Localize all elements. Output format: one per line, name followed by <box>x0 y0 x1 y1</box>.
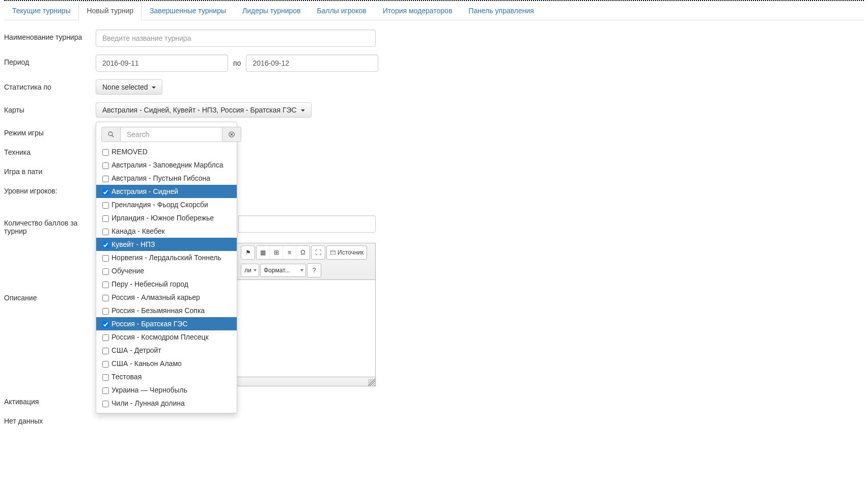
maps-dropdown-menu: REMOVEDАвстралия - Заповедник МарблсаАвс… <box>96 122 237 413</box>
maps-option[interactable]: Россия - Безымянная Сопка <box>96 304 237 317</box>
tab-6[interactable]: Панель управления <box>460 1 542 20</box>
maps-dropdown-button[interactable]: Австралия - Сидней, Кувейт - НПЗ, Россия… <box>96 102 312 118</box>
maps-option[interactable]: Гренландия - Фьорд Скорсби <box>96 198 237 211</box>
maps-option-label: Австралия - Заповедник Марблса <box>111 161 223 169</box>
maps-option-checkbox[interactable] <box>102 255 109 262</box>
maps-option-checkbox[interactable] <box>102 242 109 248</box>
maps-option-label: Украина — Чернобыль <box>111 386 187 394</box>
flag-icon[interactable]: ⚑ <box>241 246 255 259</box>
maps-option[interactable]: REMOVED <box>96 145 237 158</box>
source-label: Источник <box>338 249 363 256</box>
format-select-text: Формат... <box>264 267 290 274</box>
maps-option-label: Россия - Космодром Плесецк <box>111 333 209 341</box>
maps-option-label: Тестовая <box>111 373 142 381</box>
maps-option[interactable]: Обучение <box>96 264 237 277</box>
maps-option-label: Гренландия - Фьорд Скорсби <box>111 201 208 209</box>
clear-search-button[interactable] <box>222 127 241 142</box>
caret-icon <box>301 109 305 111</box>
maps-option-list: REMOVEDАвстралия - Заповедник МарблсаАвс… <box>96 145 237 410</box>
maps-option[interactable]: Чили - Лунная долина <box>96 397 237 410</box>
hr-icon[interactable]: ≡ <box>283 246 296 259</box>
tab-3[interactable]: Лидеры турниров <box>234 1 309 20</box>
stats-selected-text: None selected <box>102 83 148 91</box>
svg-rect-5 <box>331 250 335 255</box>
maps-option-checkbox[interactable] <box>102 149 109 156</box>
tournament-name-input[interactable] <box>96 30 376 47</box>
image-icon[interactable]: ▦ <box>257 246 270 259</box>
maps-option-checkbox[interactable] <box>102 268 109 275</box>
maps-label: Карты <box>4 102 96 118</box>
maps-option-checkbox[interactable] <box>102 282 109 288</box>
maps-option-label: Кувейт - НПЗ <box>111 240 155 248</box>
style-select-text: ли <box>244 267 251 274</box>
maps-option[interactable]: Канада - Квебек <box>96 225 237 238</box>
main-tabs: Текущие турнирыНовый турнирЗавершенные т… <box>4 1 864 20</box>
tab-2[interactable]: Завершенные турниры <box>142 1 234 20</box>
maps-option-checkbox[interactable] <box>102 215 109 222</box>
maps-option-checkbox[interactable] <box>102 348 109 354</box>
maps-option-label: Россия - Алмазный карьер <box>111 293 200 301</box>
stats-label: Статистика по <box>4 79 96 95</box>
maps-option-checkbox[interactable] <box>102 374 109 381</box>
caret-icon <box>152 87 156 89</box>
maps-option-checkbox[interactable] <box>102 189 109 195</box>
tab-1[interactable]: Новый турнир <box>78 1 142 20</box>
maps-option[interactable]: Россия - Братская ГЭС <box>96 317 237 330</box>
maps-option-checkbox[interactable] <box>102 321 109 328</box>
tournament-form: Наименование турнира Период по Статистик… <box>4 20 864 425</box>
game-mode-label: Режим игры <box>4 125 96 137</box>
period-from-input[interactable] <box>96 54 228 72</box>
maps-option-label: Россия - Безымянная Сопка <box>111 306 205 315</box>
maps-option[interactable]: Австралия - Заповедник Марблса <box>96 158 237 172</box>
maps-option-checkbox[interactable] <box>102 202 109 209</box>
maps-option[interactable]: Австралия - Сидней <box>96 185 237 198</box>
source-button[interactable]: Источник <box>327 246 367 259</box>
maps-option[interactable]: Тестовая <box>96 370 237 383</box>
tab-5[interactable]: Итория модераторов <box>375 1 461 20</box>
omega-icon[interactable]: Ω <box>296 246 310 259</box>
maps-option[interactable]: Кувейт - НПЗ <box>96 238 237 251</box>
maps-option-checkbox[interactable] <box>102 162 109 169</box>
description-label: Описание <box>4 243 96 386</box>
maps-option-checkbox[interactable] <box>102 387 109 394</box>
maps-option-checkbox[interactable] <box>102 361 109 368</box>
style-select-partial[interactable]: ли <box>241 264 259 277</box>
maps-selected-text: Австралия - Сидней, Кувейт - НПЗ, Россия… <box>102 106 297 114</box>
maps-option-label: Обучение <box>111 267 144 275</box>
maps-option[interactable]: Австралия - Пустыня Гибсона <box>96 172 237 185</box>
maps-option-checkbox[interactable] <box>102 308 109 315</box>
maps-option[interactable]: Россия - Космодром Плесецк <box>96 330 237 344</box>
maps-option[interactable]: Россия - Алмазный карьер <box>96 291 237 304</box>
maps-option[interactable]: Норвегия - Лердальский Тоннель <box>96 251 237 264</box>
maps-option-label: Россия - Братская ГЭС <box>111 320 188 328</box>
tech-label: Техника <box>4 145 96 156</box>
maps-option-label: REMOVED <box>111 148 148 156</box>
maps-option-checkbox[interactable] <box>102 295 109 301</box>
maps-option[interactable]: Ирландия - Южное Побережье <box>96 211 237 225</box>
maps-option-label: Норвегия - Лердальский Тоннель <box>111 254 221 262</box>
maximize-icon[interactable]: ⛶ <box>312 246 325 259</box>
maps-option-checkbox[interactable] <box>102 176 109 182</box>
svg-line-1 <box>112 135 114 137</box>
resize-handle-icon[interactable] <box>368 379 375 386</box>
format-select[interactable]: Формат... <box>260 264 306 277</box>
maps-option-checkbox[interactable] <box>102 229 109 235</box>
maps-option-label: Чили - Лунная долина <box>111 399 185 407</box>
maps-option[interactable]: США - Каньон Аламо <box>96 357 237 370</box>
activation-label: Активация <box>4 394 96 406</box>
help-button[interactable]: ? <box>307 264 321 277</box>
points-input-visible[interactable] <box>238 215 376 233</box>
maps-option[interactable]: Украина — Чернобыль <box>96 383 237 397</box>
period-to-input[interactable] <box>246 54 378 72</box>
maps-option[interactable]: США - Детройт <box>96 344 237 357</box>
maps-option-checkbox[interactable] <box>102 334 109 341</box>
maps-search-input[interactable] <box>120 127 222 142</box>
maps-option-checkbox[interactable] <box>102 401 109 407</box>
maps-option-label: США - Каньон Аламо <box>111 359 182 368</box>
tab-0[interactable]: Текущие турниры <box>4 1 78 20</box>
stats-dropdown-button[interactable]: None selected <box>96 79 162 95</box>
table-icon[interactable]: ⊞ <box>270 246 283 259</box>
maps-option[interactable]: Перу - Небесный город <box>96 277 237 291</box>
period-label: Период <box>4 54 96 72</box>
tab-4[interactable]: Баллы игроков <box>309 1 375 20</box>
